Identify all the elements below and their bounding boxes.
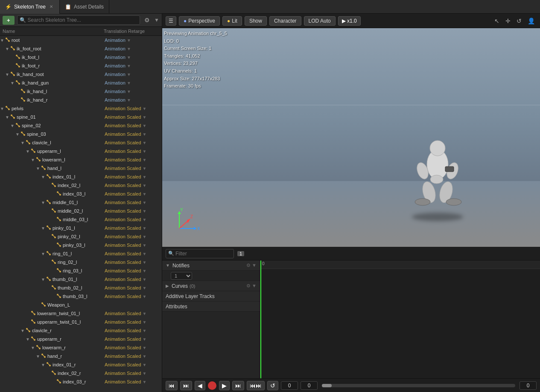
retarget-dropdown[interactable]: Animation Scaled <box>105 225 141 231</box>
retarget-dropdown-arrow[interactable]: ▼ <box>143 252 147 256</box>
retarget-dropdown-arrow[interactable]: ▼ <box>143 166 147 171</box>
retarget-dropdown[interactable]: Animation Scaled <box>105 200 141 205</box>
retarget-dropdown-arrow[interactable]: ▼ <box>127 98 131 102</box>
retarget-dropdown-arrow[interactable]: ▼ <box>143 277 147 282</box>
tree-expand-arrow[interactable]: ▼ <box>41 277 45 282</box>
add-button[interactable]: + <box>3 16 15 25</box>
refresh-icon-btn[interactable]: ↺ <box>515 17 523 25</box>
retarget-dropdown[interactable]: Animation Scaled <box>105 149 141 154</box>
skeleton-tree[interactable]: ▼rootAnimation ▼▼ik_foot_rootAnimation ▼… <box>0 36 162 392</box>
retarget-dropdown-arrow[interactable]: ▼ <box>143 354 147 359</box>
tree-expand-arrow[interactable]: ▼ <box>26 149 30 154</box>
retarget-dropdown-arrow[interactable]: ▼ <box>143 260 147 265</box>
tree-row[interactable]: ▼hand_rAnimation Scaled ▼ <box>0 352 162 360</box>
retarget-dropdown-arrow[interactable]: ▼ <box>143 243 147 248</box>
tree-row[interactable]: ▼ring_01_lAnimation Scaled ▼ <box>0 249 162 258</box>
retarget-dropdown[interactable]: Animation <box>105 38 126 43</box>
retarget-dropdown-arrow[interactable]: ▼ <box>143 106 147 111</box>
tree-expand-arrow[interactable]: ▼ <box>0 106 4 111</box>
tree-row[interactable]: index_03_lAnimation Scaled ▼ <box>0 190 162 198</box>
search-input[interactable] <box>17 15 140 25</box>
retarget-dropdown[interactable]: Animation <box>105 80 126 85</box>
retarget-dropdown[interactable]: Animation Scaled <box>105 311 141 316</box>
tree-row[interactable]: ik_foot_lAnimation ▼ <box>0 53 162 61</box>
playback-back-button[interactable]: ◀ <box>195 381 205 390</box>
retarget-dropdown[interactable]: Animation Scaled <box>105 319 141 325</box>
retarget-dropdown[interactable]: Animation Scaled <box>105 379 141 384</box>
retarget-dropdown[interactable]: Animation Scaled <box>105 157 141 162</box>
retarget-dropdown[interactable]: Animation Scaled <box>105 277 141 282</box>
tree-row[interactable]: ▼ik_hand_rootAnimation ▼ <box>0 70 162 79</box>
retarget-dropdown[interactable]: Animation Scaled <box>105 217 141 222</box>
tree-row[interactable]: index_03_rAnimation Scaled ▼ <box>0 377 162 386</box>
retarget-dropdown[interactable]: Animation <box>105 46 126 51</box>
retarget-dropdown[interactable]: Animation Scaled <box>105 260 141 265</box>
timeline-playhead[interactable] <box>260 260 261 378</box>
tree-expand-arrow[interactable]: ▼ <box>5 47 9 51</box>
tree-expand-arrow[interactable]: ▼ <box>41 226 45 231</box>
settings-button[interactable]: ⚙ <box>143 16 152 24</box>
notifies-sub-select[interactable]: 1 <box>171 272 192 280</box>
tree-row[interactable]: ▼ik_hand_gunAnimation ▼ <box>0 79 162 87</box>
tree-row[interactable]: thumb_02_lAnimation Scaled ▼ <box>0 284 162 292</box>
tree-expand-arrow[interactable]: ▼ <box>41 175 45 179</box>
tree-row[interactable]: ▼spine_03Animation Scaled ▼ <box>0 130 162 138</box>
retarget-dropdown-arrow[interactable]: ▼ <box>127 72 131 77</box>
tree-row[interactable]: middle_03_lAnimation Scaled ▼ <box>0 215 162 224</box>
retarget-dropdown[interactable]: Animation <box>105 97 126 102</box>
playback-progress-bar[interactable] <box>322 384 515 387</box>
tree-row[interactable]: ▼spine_01Animation Scaled ▼ <box>0 113 162 121</box>
tree-expand-arrow[interactable]: ▼ <box>26 337 30 342</box>
retarget-dropdown[interactable]: Animation Scaled <box>105 268 141 273</box>
retarget-dropdown-arrow[interactable]: ▼ <box>127 38 131 43</box>
tree-expand-arrow[interactable]: ▼ <box>10 123 15 128</box>
tree-expand-arrow[interactable]: ▼ <box>10 81 15 85</box>
tree-row[interactable]: ▼thumb_01_lAnimation Scaled ▼ <box>0 275 162 284</box>
tree-row[interactable]: ▼middle_01_lAnimation Scaled ▼ <box>0 198 162 207</box>
retarget-dropdown-arrow[interactable]: ▼ <box>143 115 147 120</box>
retarget-dropdown[interactable]: Animation Scaled <box>105 345 141 350</box>
tree-row[interactable]: ring_02_lAnimation Scaled ▼ <box>0 258 162 266</box>
tree-expand-arrow[interactable]: ▼ <box>36 166 40 171</box>
tree-row[interactable]: Weapon_L <box>0 301 162 309</box>
tree-row[interactable]: ▼clavicle_lAnimation Scaled ▼ <box>0 138 162 147</box>
notifies-section-header[interactable]: ▼ Notifies ⚙ ▼ <box>162 260 260 271</box>
retarget-dropdown-arrow[interactable]: ▼ <box>143 234 147 239</box>
tree-expand-arrow[interactable]: ▼ <box>31 345 35 350</box>
retarget-dropdown[interactable]: Animation Scaled <box>105 362 141 367</box>
play-speed-button[interactable]: ▶ x1.0 <box>338 16 361 26</box>
tab-asset-details[interactable]: 📋 Asset Details <box>60 0 109 14</box>
retarget-dropdown-arrow[interactable]: ▼ <box>143 217 147 222</box>
tree-row[interactable]: ▼pinky_01_lAnimation Scaled ▼ <box>0 224 162 232</box>
retarget-dropdown-arrow[interactable]: ▼ <box>127 47 131 51</box>
notifies-settings-icon[interactable]: ⚙ ▼ <box>246 263 257 268</box>
tree-expand-arrow[interactable]: ▼ <box>20 140 25 145</box>
retarget-dropdown-arrow[interactable]: ▼ <box>143 311 147 316</box>
tree-expand-arrow[interactable]: ▼ <box>41 363 45 367</box>
viewport[interactable]: Previewing Animation chr_5_5 LOD: 0 Curr… <box>162 28 540 247</box>
retarget-dropdown[interactable]: Animation <box>105 63 126 68</box>
retarget-dropdown[interactable]: Animation Scaled <box>105 243 141 248</box>
retarget-dropdown[interactable]: Animation Scaled <box>105 166 141 171</box>
record-button[interactable] <box>208 381 216 390</box>
tree-row[interactable]: ik_hand_lAnimation ▼ <box>0 87 162 96</box>
tree-row[interactable]: ik_foot_rAnimation ▼ <box>0 61 162 70</box>
tree-row[interactable]: thumb_03_lAnimation Scaled ▼ <box>0 292 162 301</box>
attributes-section-header[interactable]: Attributes <box>162 301 260 312</box>
playback-to-end-button[interactable]: ⏮⏭ <box>247 381 265 390</box>
retarget-dropdown-arrow[interactable]: ▼ <box>143 328 147 333</box>
retarget-dropdown[interactable]: Animation Scaled <box>105 328 141 333</box>
tree-expand-arrow[interactable]: ▼ <box>41 200 45 205</box>
retarget-dropdown-arrow[interactable]: ▼ <box>127 64 131 68</box>
tree-row[interactable]: index_02_lAnimation Scaled ▼ <box>0 181 162 190</box>
retarget-dropdown[interactable]: Animation Scaled <box>105 123 141 128</box>
tree-row[interactable]: ▼upperarm_rAnimation Scaled ▼ <box>0 335 162 343</box>
tree-expand-arrow[interactable]: ▼ <box>20 328 25 333</box>
tree-expand-arrow[interactable]: ▼ <box>31 158 35 162</box>
playback-loop-button[interactable]: ↺ <box>267 381 278 390</box>
retarget-dropdown[interactable]: Animation Scaled <box>105 174 141 179</box>
playback-play-button[interactable]: ▶ <box>219 381 230 390</box>
retarget-dropdown-arrow[interactable]: ▼ <box>143 175 147 179</box>
retarget-dropdown-arrow[interactable]: ▼ <box>143 192 147 196</box>
retarget-dropdown-arrow[interactable]: ▼ <box>143 149 147 154</box>
